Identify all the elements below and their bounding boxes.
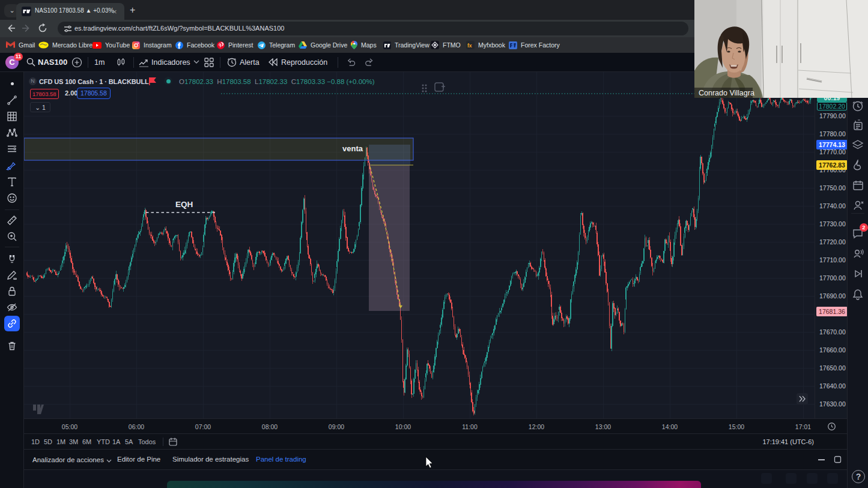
svg-text:fx: fx <box>467 43 472 49</box>
svg-text:EQH: EQH <box>175 200 193 209</box>
svg-text:venta: venta <box>342 144 363 153</box>
svg-text:Conrado Villagra: Conrado Villagra <box>699 89 754 97</box>
